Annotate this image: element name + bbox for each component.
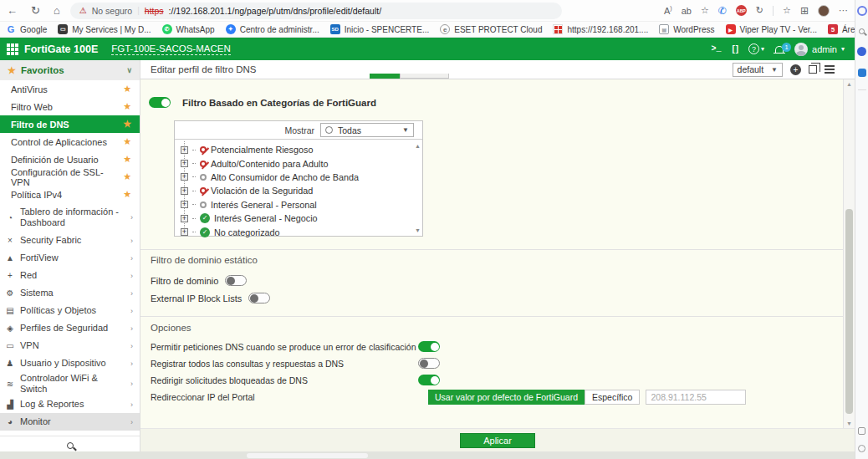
expand-icon[interactable]: +	[181, 187, 188, 195]
category-row[interactable]: +✓Interés General - Negocio	[181, 212, 411, 225]
bookmark-fortigate[interactable]: https://192.168.201....	[553, 24, 648, 34]
sidebar-item-dashboard[interactable]: ◔Tablero de información - Dashboard›	[0, 203, 140, 232]
all-status-icon	[325, 126, 333, 134]
expand-icon[interactable]: +	[181, 146, 188, 154]
scroll-down-icon[interactable]: ▼	[415, 227, 421, 233]
cli-console-icon[interactable]: >_	[712, 44, 722, 54]
scroll-up-icon[interactable]: ▲	[415, 143, 421, 149]
edge-sidebar	[855, 0, 868, 459]
bookmark-my-services[interactable]: ▭My Services | My D...	[58, 24, 151, 34]
clone-profile-icon[interactable]	[809, 65, 817, 74]
bookmark-area-cliente[interactable]: 5Área del cliente - Si...	[828, 24, 855, 34]
sidebar-item-monitor[interactable]: ◕Monitor›	[0, 413, 140, 431]
notifications-button[interactable]: 1	[775, 46, 784, 53]
portal-ip-input[interactable]	[646, 390, 746, 405]
chevron-down-icon: ▼	[771, 66, 778, 74]
sidebar-item-usuario-dispositivo[interactable]: ♟Usuario y Dispositivo›	[0, 354, 140, 372]
home-icon[interactable]: ⌂	[54, 0, 60, 22]
phone-icon[interactable]: ✆	[718, 5, 727, 17]
sidebar-item-control-aplicaciones[interactable]: Control de Aplicaciones★	[0, 133, 140, 150]
browser-menu-icon[interactable]: ⋯	[839, 5, 848, 16]
copilot-icon[interactable]	[857, 6, 867, 16]
sidebar-item-perfiles-seguridad[interactable]: ◈Perfiles de Seguridad›	[0, 319, 140, 337]
sidebar-settings-icon[interactable]	[858, 445, 865, 452]
expand-icon[interactable]: +	[181, 201, 188, 208]
wifi-icon: ≋	[4, 380, 16, 389]
bookmark-viper-play[interactable]: ▶Viper Play TV - Ver...	[726, 24, 817, 34]
chevron-right-icon: ›	[130, 213, 133, 222]
back-icon[interactable]: ←	[7, 0, 18, 22]
category-row[interactable]: +Adulto/Contenido para Adulto	[181, 156, 411, 170]
external-ip-toggle[interactable]	[248, 293, 270, 303]
redirect-blocked-toggle[interactable]	[418, 375, 440, 385]
page-scrollbar[interactable]: ▲ ▼	[843, 79, 855, 428]
scroll-down-icon[interactable]: ▼	[846, 421, 852, 426]
sidebar-item-definicion-usuario[interactable]: Definición de Usuario★	[0, 150, 140, 168]
list-view-icon[interactable]	[825, 65, 835, 74]
help-menu[interactable]: ? ▾	[748, 43, 764, 54]
sidebar-item-security-fabric[interactable]: ×Security Fabric›	[0, 232, 140, 249]
browser-profile-avatar[interactable]	[818, 5, 830, 17]
show-filter-select[interactable]: Todas ▼	[320, 123, 414, 137]
bookmark-google[interactable]: GGoogle	[6, 24, 47, 34]
translate-icon[interactable]: ab	[682, 6, 692, 16]
scrollbar-thumb[interactable]	[845, 209, 853, 414]
scroll-up-icon[interactable]: ▲	[846, 81, 852, 87]
favorites-bar-icon[interactable]: ☆	[783, 5, 791, 16]
page-toolbar: Editar perfil de filtro DNS default ▼ +	[140, 60, 855, 79]
read-aloud-icon[interactable]: A)	[664, 5, 672, 16]
category-row[interactable]: +Alto Consumidor de Ancho de Banda	[181, 171, 411, 184]
favorites-header[interactable]: ★ Favoritos ∨	[0, 60, 140, 80]
expand-icon[interactable]: +	[181, 215, 188, 222]
fullscreen-icon[interactable]: [ ]	[733, 44, 738, 54]
bookmark-spencerte[interactable]: SDInicio - SPENCERTE...	[330, 24, 430, 34]
sidebar-item-antivirus[interactable]: AntiVirus★	[0, 80, 140, 98]
sidebar-item-log-reportes[interactable]: ▟Log & Reportes›	[0, 395, 140, 413]
bookmark-whatsapp[interactable]: ✆WhatsApp	[162, 24, 215, 34]
apply-button[interactable]: Aplicar	[460, 433, 535, 448]
expand-icon[interactable]: +	[181, 228, 188, 236]
domain-filter-toggle[interactable]	[225, 275, 247, 286]
sidebar-item-politicas-objetos[interactable]: ▤Políticas y Objetos›	[0, 302, 140, 319]
sidebar-item-filtro-dns[interactable]: Filtro de DNS★	[0, 115, 140, 133]
specific-ip-button[interactable]: Específico	[585, 390, 640, 405]
page-favicon-icon: ▤	[659, 24, 669, 34]
category-row[interactable]: +Potencialmente Riesgoso	[181, 143, 411, 156]
sidebar-item-fortiview[interactable]: ▲FortiView›	[0, 249, 140, 267]
fortiview-icon: ▲	[4, 253, 16, 263]
favorite-star-icon[interactable]: ☆	[701, 5, 709, 16]
sidebar-app-icon[interactable]	[858, 69, 866, 77]
refresh-icon[interactable]: ↻	[31, 0, 40, 22]
sidebar-tool-icon[interactable]	[858, 427, 865, 435]
sidebar-item-ssl-vpn[interactable]: Configuración de SSL-VPN★	[0, 168, 140, 186]
sidebar-item-wifi-switch[interactable]: ≋Controlador WiFi & Switch›	[0, 372, 140, 395]
sidebar-app-icon[interactable]	[857, 47, 866, 56]
extension-icon[interactable]: ↻	[756, 5, 763, 16]
category-row[interactable]: +Violación de la Seguridad	[181, 184, 411, 197]
expand-icon[interactable]: +	[181, 160, 188, 167]
collections-icon[interactable]: ⊞	[800, 5, 809, 17]
bookmark-eset[interactable]: eESET PROTECT Cloud	[440, 24, 542, 34]
address-bar[interactable]: ⚠ No seguro | https ://192.168.201.1/ng/…	[70, 3, 562, 19]
category-row[interactable]: +Interés General - Personal	[181, 198, 411, 212]
log-queries-toggle[interactable]	[418, 358, 440, 369]
sidebar-search-icon[interactable]	[859, 28, 865, 34]
sidebar-item-red[interactable]: +Red›	[0, 267, 140, 284]
bookmark-centro-admin[interactable]: ✦Centro de administr...	[226, 24, 319, 34]
allow-on-error-toggle[interactable]	[418, 341, 440, 352]
device-name-link[interactable]: FGT-100E-SACOS-MACEN	[111, 43, 231, 55]
sidebar-item-filtro-web[interactable]: Filtro Web★	[0, 98, 140, 115]
sidebar-item-politica-ipv4[interactable]: Política IPv4★	[0, 186, 140, 203]
bookmark-wordpress[interactable]: ▤WordPress	[659, 24, 714, 34]
sidebar-item-vpn[interactable]: ▭VPN›	[0, 337, 140, 354]
adblock-icon[interactable]: ABP	[736, 5, 747, 16]
sidebar-item-sistema[interactable]: ⚙Sistema›	[0, 284, 140, 302]
expand-icon[interactable]: +	[181, 173, 188, 181]
add-profile-icon[interactable]: +	[790, 64, 801, 75]
category-row[interactable]: +✓No categorizado	[181, 225, 411, 238]
profile-select[interactable]: default ▼	[733, 63, 783, 77]
security-label[interactable]: No seguro	[92, 6, 132, 16]
fortiguard-filter-toggle[interactable]	[149, 97, 171, 108]
admin-menu[interactable]: admin ▾	[794, 43, 845, 56]
use-fortiguard-default-button[interactable]: Usar valor por defecto de FortiGuard	[428, 390, 585, 405]
